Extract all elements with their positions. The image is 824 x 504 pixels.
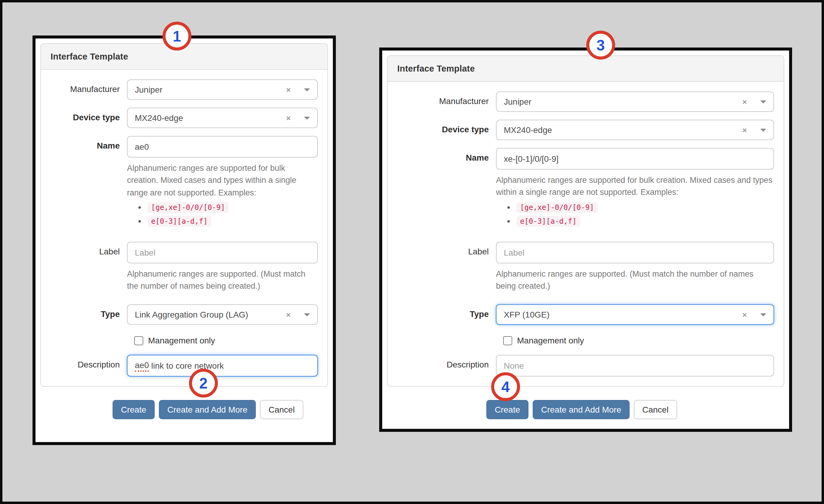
type-select[interactable]: Link Aggregation Group (LAG) × bbox=[127, 304, 318, 325]
card-body: Manufacturer Juniper × Device type MX240… bbox=[388, 82, 784, 386]
device-type-selected-value: MX240-edge bbox=[504, 125, 742, 135]
caret-down-icon[interactable] bbox=[760, 313, 766, 316]
clear-icon[interactable]: × bbox=[286, 311, 291, 319]
name-example-code: [ge,xe]-0/0/[0-9] bbox=[516, 202, 598, 213]
annotation-step-4-number: 4 bbox=[501, 378, 510, 395]
name-example-code: e[0-3][a-d,f] bbox=[147, 216, 211, 227]
list-item: e[0-3][a-d,f] bbox=[147, 216, 318, 227]
form-row-label: Label Alphanumeric ranges are supported.… bbox=[397, 242, 774, 292]
manufacturer-select[interactable]: Juniper × bbox=[127, 80, 318, 100]
annotation-step-1-number: 1 bbox=[173, 27, 181, 45]
form-row-name: Name Alphanumeric ranges are supported f… bbox=[397, 148, 774, 230]
create-and-add-more-button[interactable]: Create and Add More bbox=[533, 400, 630, 419]
annotation-step-4: 4 bbox=[491, 372, 520, 401]
clear-icon[interactable]: × bbox=[742, 98, 747, 106]
annotation-step-3-number: 3 bbox=[597, 36, 605, 54]
name-help-text: Alphanumeric ranges are supported for bu… bbox=[496, 174, 774, 199]
list-item: e[0-3][a-d,f] bbox=[516, 215, 774, 227]
caret-down-icon[interactable] bbox=[304, 116, 310, 119]
name-input[interactable] bbox=[127, 136, 318, 157]
type-label: Type bbox=[50, 304, 127, 320]
clear-icon[interactable]: × bbox=[286, 86, 291, 94]
management-only-checkbox[interactable] bbox=[134, 336, 143, 345]
device-type-select[interactable]: MX240-edge × bbox=[127, 108, 318, 128]
clear-icon[interactable]: × bbox=[286, 114, 291, 122]
manufacturer-selected-value: Juniper bbox=[135, 85, 286, 95]
caret-down-icon[interactable] bbox=[760, 128, 766, 131]
card-body: Manufacturer Juniper × Device type MX240… bbox=[41, 70, 327, 386]
create-and-add-more-button[interactable]: Create and Add More bbox=[159, 400, 256, 419]
description-input[interactable]: ae0 link to core network bbox=[127, 355, 318, 377]
device-type-label: Device type bbox=[50, 108, 127, 123]
cancel-button[interactable]: Cancel bbox=[634, 400, 677, 419]
label-help-text: Alphanumeric ranges are supported. (Must… bbox=[496, 268, 774, 292]
dialog-buttons: 2 Create Create and Add More Cancel bbox=[113, 400, 328, 423]
type-selected-value: Link Aggregation Group (LAG) bbox=[135, 310, 286, 320]
form-row-manufacturer: Manufacturer Juniper × bbox=[397, 92, 774, 112]
cancel-button[interactable]: Cancel bbox=[260, 400, 303, 419]
screenshot-stage: 1 Interface Template Manufacturer Junipe… bbox=[0, 0, 824, 504]
form-row-manufacturer: Manufacturer Juniper × bbox=[50, 80, 318, 100]
description-input[interactable] bbox=[496, 355, 774, 377]
create-button[interactable]: Create bbox=[113, 400, 155, 419]
label-input[interactable] bbox=[127, 242, 318, 263]
name-help-text: Alphanumeric ranges are supported for bu… bbox=[127, 162, 318, 199]
interface-template-dialog-right: 3 Interface Template Manufacturer Junipe… bbox=[379, 47, 792, 432]
description-label: Description bbox=[397, 355, 496, 370]
form-card: Interface Template Manufacturer Juniper … bbox=[387, 55, 784, 387]
annotation-step-2: 2 bbox=[189, 369, 218, 398]
label-input[interactable] bbox=[496, 242, 774, 263]
form-row-description: Description ae0 link to core network bbox=[50, 355, 318, 377]
name-example-list: [ge,xe]-0/0/[0-9] e[0-3][a-d,f] bbox=[147, 202, 318, 227]
annotation-step-2-number: 2 bbox=[199, 375, 208, 392]
dialog-buttons: 4 Create Create and Add More Cancel bbox=[486, 400, 784, 423]
caret-down-icon[interactable] bbox=[304, 88, 310, 91]
management-only-checkbox[interactable] bbox=[503, 336, 512, 345]
form-row-device-type: Device type MX240-edge × bbox=[50, 108, 318, 128]
management-only-row: Management only bbox=[134, 336, 318, 346]
name-label: Name bbox=[397, 148, 496, 163]
list-item: [ge,xe]-0/0/[0-9] bbox=[516, 201, 774, 213]
management-only-label: Management only bbox=[148, 336, 215, 346]
caret-down-icon[interactable] bbox=[304, 313, 310, 317]
label-help-text: Alphanumeric ranges are supported. (Must… bbox=[127, 268, 318, 292]
form-card: Interface Template Manufacturer Juniper … bbox=[40, 43, 328, 387]
description-value-rest: link to core network bbox=[149, 361, 224, 371]
device-type-label: Device type bbox=[397, 120, 496, 135]
dialog-title: Interface Template bbox=[397, 64, 774, 74]
management-only-label: Management only bbox=[517, 336, 584, 345]
device-type-selected-value: MX240-edge bbox=[135, 113, 286, 123]
form-row-type: Type Link Aggregation Group (LAG) × bbox=[50, 304, 318, 325]
form-row-description: Description bbox=[397, 355, 774, 377]
description-label: Description bbox=[50, 355, 127, 370]
manufacturer-selected-value: Juniper bbox=[504, 97, 742, 107]
clear-icon[interactable]: × bbox=[742, 310, 747, 319]
interface-template-dialog-left: 1 Interface Template Manufacturer Junipe… bbox=[32, 35, 336, 445]
create-button[interactable]: Create bbox=[486, 400, 528, 419]
manufacturer-label: Manufacturer bbox=[50, 80, 127, 95]
type-selected-value: XFP (10GE) bbox=[504, 310, 742, 320]
name-example-code: e[0-3][a-d,f] bbox=[516, 216, 580, 227]
manufacturer-label: Manufacturer bbox=[397, 92, 496, 107]
clear-icon[interactable]: × bbox=[742, 126, 747, 134]
management-only-row: Management only bbox=[503, 336, 774, 345]
form-row-name: Name Alphanumeric ranges are supported f… bbox=[50, 136, 318, 230]
card-header: Interface Template bbox=[388, 56, 784, 82]
label-label: Label bbox=[397, 242, 496, 256]
form-row-type: Type XFP (10GE) × bbox=[397, 304, 774, 325]
form-row-device-type: Device type MX240-edge × bbox=[397, 120, 774, 140]
name-input[interactable] bbox=[496, 148, 774, 169]
annotation-step-1: 1 bbox=[163, 22, 191, 50]
description-value-misspelled: ae0 bbox=[135, 360, 149, 372]
type-label: Type bbox=[397, 304, 496, 320]
device-type-select[interactable]: MX240-edge × bbox=[496, 120, 774, 140]
name-label: Name bbox=[50, 136, 127, 151]
annotation-step-3: 3 bbox=[586, 31, 615, 59]
dialog-title: Interface Template bbox=[50, 52, 318, 61]
label-label: Label bbox=[50, 242, 127, 257]
name-example-code: [ge,xe]-0/0/[0-9] bbox=[147, 202, 229, 213]
manufacturer-select[interactable]: Juniper × bbox=[496, 92, 774, 112]
type-select[interactable]: XFP (10GE) × bbox=[496, 304, 774, 325]
name-example-list: [ge,xe]-0/0/[0-9] e[0-3][a-d,f] bbox=[516, 201, 774, 227]
caret-down-icon[interactable] bbox=[760, 100, 766, 103]
